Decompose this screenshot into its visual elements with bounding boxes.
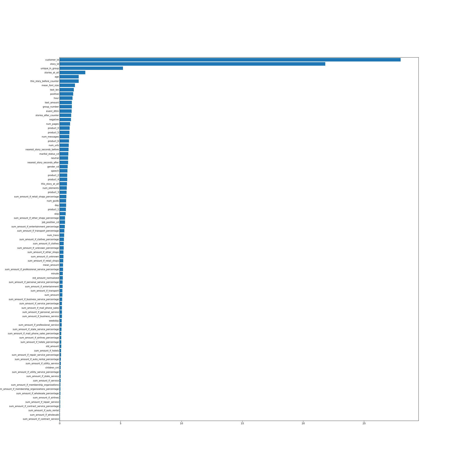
- bar: [60, 302, 62, 305]
- bar: [60, 259, 63, 262]
- y-tick-label: sum_amount_if_wholesale_percentage: [16, 392, 59, 394]
- bar: [60, 387, 60, 391]
- bar: [60, 156, 68, 160]
- y-tick-label: std_amount: [46, 345, 59, 348]
- y-tick-label: children_cnt: [45, 366, 59, 369]
- y-tick-label: customer_id: [45, 58, 59, 61]
- figure: customer_idstory_idunique_in_groupstorie…: [0, 0, 476, 476]
- bar: [60, 186, 67, 190]
- y-tick-label: num_elements: [43, 187, 59, 189]
- y-tick-label: sum_amount_if_business_service_percentag…: [9, 298, 59, 300]
- bar: [60, 143, 69, 147]
- y-tick-label: sum_amount_if_airlines_percentage: [19, 337, 59, 339]
- y-tick-label: job_position_cd: [42, 221, 59, 223]
- bar: [60, 114, 71, 117]
- y-tick-label: sum_amount_if_mail_phone_sales_percentag…: [8, 332, 59, 335]
- y-tick-label: sum_amount_if_state_service_percentage: [13, 328, 59, 330]
- y-tick-label: marital_status_cd: [39, 153, 59, 155]
- y-tick-label: sum_amount_if_retail_shops_percentage: [14, 195, 59, 198]
- y-tick-label: event_dttm: [46, 110, 59, 112]
- bar: [60, 208, 66, 211]
- y-tick-label: sum_amount_if_personal_service: [22, 311, 59, 313]
- bar: [60, 182, 67, 186]
- bar: [60, 242, 64, 245]
- y-tick-label: sum_amount_if_service: [33, 379, 59, 382]
- bar: [60, 58, 401, 62]
- bar: [60, 379, 61, 382]
- y-tick-label: product_3: [48, 191, 59, 193]
- y-tick-label: minute: [51, 272, 59, 275]
- y-tick-label: hour: [54, 97, 59, 99]
- y-tick-label: sum_amount_if_other_shops_percentage: [14, 217, 59, 219]
- x-tick-mark: [242, 421, 242, 422]
- x-tick-mark: [181, 421, 182, 422]
- y-tick-label: sum_amount_if_unknown_percentage: [17, 247, 59, 249]
- bar: [60, 152, 68, 155]
- y-tick-label: text_amount: [45, 101, 59, 103]
- y-tick-label: sum_amount_if_service_percentage: [19, 302, 59, 305]
- bar: [60, 101, 72, 104]
- bar: [60, 62, 325, 66]
- y-tick-label: num_guids: [47, 200, 59, 202]
- bar: [60, 173, 67, 177]
- bar: [60, 238, 64, 241]
- bar: [60, 349, 61, 352]
- bar: [60, 400, 60, 404]
- bar: [60, 255, 64, 258]
- y-tick-label: product_5: [48, 131, 59, 134]
- y-tick-label: sum_amount_if_auto_rental_percentage: [15, 358, 59, 360]
- bar: [60, 298, 62, 301]
- y-tick-label: nearest_story_seconds_before: [26, 148, 59, 151]
- y-tick-label: sum_amount_if_entertainment_percentage: [12, 225, 59, 228]
- y-tick-label: sum_amount_if_state_service: [26, 375, 59, 377]
- bar: [60, 289, 62, 292]
- bar: [60, 383, 60, 387]
- bar: [60, 204, 66, 207]
- bar: [60, 391, 60, 395]
- bar: [60, 165, 68, 168]
- y-tick-label: story_id: [50, 63, 59, 65]
- y-tick-label: num_trans: [47, 234, 59, 236]
- y-tick-label: product_4: [48, 178, 59, 181]
- y-tick-label: sum_amount_if_business_service: [22, 315, 59, 318]
- bar: [60, 268, 63, 271]
- bar: [60, 96, 72, 100]
- bar: [60, 79, 79, 83]
- bar: [60, 366, 61, 369]
- y-tick-label: sum_amount_if_repair_service_percentage: [12, 354, 59, 356]
- bar: [60, 178, 67, 181]
- y-tick-label: sum_amount_if_contract_service: [23, 418, 59, 420]
- y-tick-label: sum_amount_if_other_shops: [28, 251, 59, 254]
- bar: [60, 92, 73, 96]
- y-tick-label: sum_amount_if_unknown: [31, 255, 59, 258]
- y-tick-label: product_2: [48, 174, 59, 176]
- y-tick-label: this_story_before_counter: [30, 80, 59, 82]
- y-tick-label: positive: [50, 93, 59, 95]
- bar: [60, 195, 66, 198]
- bar: [60, 404, 60, 408]
- y-tick-label: stories_at_all: [45, 71, 59, 74]
- y-tick-label: sum_amount_if_wholesale: [30, 413, 59, 416]
- y-tick-label: sum_amount_if_transport: [31, 289, 59, 292]
- bar: [60, 169, 68, 172]
- bar: [60, 88, 74, 91]
- y-tick-label: mean_amount: [43, 264, 59, 266]
- bar: [60, 293, 62, 297]
- y-tick-label: text_len: [50, 88, 59, 91]
- bar: [60, 126, 70, 130]
- bar: [60, 319, 62, 323]
- y-tick-label: product_1: [48, 208, 59, 211]
- bar: [60, 285, 63, 288]
- y-tick-label: sum_amount_if_repair_service: [26, 401, 59, 403]
- y-tick-label: stories_after_counter: [35, 114, 59, 117]
- bar: [60, 409, 60, 412]
- bar: [60, 272, 63, 275]
- x-tick-label: 10: [180, 422, 183, 425]
- y-tick-label: day: [55, 204, 59, 206]
- y-tick-label: num_urls: [49, 144, 59, 146]
- bar: [60, 139, 69, 143]
- x-tick-label: 20: [302, 422, 305, 425]
- y-tick-label: sum_amount_if_auto_rental: [28, 409, 59, 412]
- y-tick-label: age: [55, 76, 59, 78]
- bar: [60, 122, 70, 126]
